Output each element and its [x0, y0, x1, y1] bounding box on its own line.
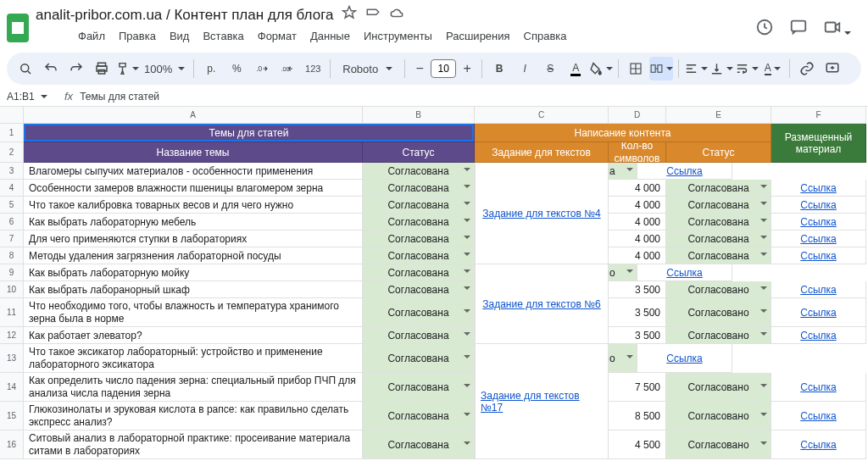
task-link-cell[interactable]: Задание для текстов №6	[475, 264, 609, 344]
bold-button[interactable]: B	[487, 57, 511, 81]
comment-icon[interactable]	[789, 18, 808, 39]
link-cell[interactable]: Ссылка	[771, 373, 866, 402]
link-cell[interactable]: Ссылка	[771, 402, 866, 430]
row-header[interactable]: 10	[0, 281, 24, 298]
status-cell[interactable]: Согласована	[363, 214, 475, 230]
subheader-task[interactable]: Задание для текстов	[475, 142, 609, 163]
link-cell[interactable]: Ссылка	[771, 197, 866, 214]
row-header[interactable]: 5	[0, 197, 24, 214]
link-cell[interactable]: Ссылка	[771, 230, 866, 247]
task-link-cell[interactable]: Задание для текстов №4	[475, 163, 609, 264]
link-cell[interactable]: Ссылка	[771, 247, 866, 264]
symbols-cell[interactable]: 4 000	[609, 214, 666, 230]
topic-cell[interactable]: Ситовый анализ в лабораторной практике: …	[24, 430, 363, 459]
symbols-cell[interactable]: 7 500	[609, 373, 666, 402]
task-link[interactable]: Задание для текстов №4	[482, 208, 600, 219]
percent-format-button[interactable]: %	[225, 57, 248, 81]
redo-icon[interactable]	[64, 57, 88, 81]
increase-decimal-icon[interactable]: .00	[275, 57, 299, 81]
status-e-cell[interactable]: Согласовано	[666, 281, 771, 298]
status-cell[interactable]: Согласована	[363, 430, 475, 459]
link-cell[interactable]: Ссылка	[771, 180, 866, 197]
link-cell[interactable]: Ссылка	[771, 281, 866, 298]
topic-cell[interactable]: Глюкозинолаты и эруковая кислота в рапсе…	[24, 402, 363, 430]
symbols-cell[interactable]: 4 000	[609, 230, 666, 247]
material-link[interactable]: Ссылка	[800, 410, 836, 422]
status-cell[interactable]: Согласована	[363, 402, 475, 430]
italic-button[interactable]: I	[513, 57, 537, 81]
status-cell[interactable]: Согласована	[363, 230, 475, 247]
status-e-cell[interactable]: Согласована	[666, 197, 771, 214]
more-formats-button[interactable]: 123	[301, 57, 325, 81]
material-link[interactable]: Ссылка	[800, 381, 836, 393]
status-cell[interactable]: Согласована	[363, 247, 475, 264]
status-e-cell[interactable]: Согласовано	[666, 327, 771, 344]
material-link[interactable]: Ссылка	[800, 439, 836, 451]
link-cell[interactable]: Ссылка	[637, 264, 732, 281]
decrease-decimal-icon[interactable]: .0	[250, 57, 274, 81]
menu-edit[interactable]: Правка	[114, 26, 161, 46]
symbols-cell[interactable]: 3 500	[609, 281, 666, 298]
row-header[interactable]: 6	[0, 214, 24, 230]
font-select[interactable]: Roboto	[336, 63, 399, 75]
link-cell[interactable]: Ссылка	[771, 430, 866, 459]
subheader-topic[interactable]: Название темы	[24, 142, 363, 163]
status-e-cell[interactable]: Согласовано	[666, 373, 771, 402]
topic-cell[interactable]: Что необходимо того, чтобы влажность и т…	[24, 298, 363, 327]
header-content[interactable]: Написание контента	[475, 124, 771, 142]
material-link[interactable]: Ссылка	[800, 216, 836, 228]
material-link[interactable]: Ссылка	[800, 284, 836, 296]
task-link[interactable]: Задание для текстов №6	[482, 298, 600, 310]
search-menu-icon[interactable]	[14, 57, 37, 81]
sheets-logo-icon[interactable]	[7, 14, 29, 42]
subheader-status[interactable]: Статус	[363, 142, 475, 163]
increase-font-size-button[interactable]: +	[458, 59, 476, 78]
col-header[interactable]: B	[363, 107, 475, 124]
strikethrough-button[interactable]: S	[538, 57, 562, 81]
status-e-cell[interactable]: Согласована	[666, 180, 771, 197]
row-header[interactable]: 12	[0, 327, 24, 344]
horizontal-align-button[interactable]	[684, 57, 708, 81]
header-published[interactable]: Размещенный материал	[771, 124, 866, 163]
row-header[interactable]: 11	[0, 298, 24, 327]
paint-format-icon[interactable]	[115, 57, 139, 81]
row-header[interactable]: 9	[0, 264, 24, 281]
spreadsheet-grid[interactable]: 12345678910111213141516 A B C D E F Темы…	[0, 107, 868, 459]
topic-cell[interactable]: Как выбрать лабораторную мойку	[24, 264, 363, 281]
status-e-cell[interactable]: Согласована	[666, 230, 771, 247]
status-cell[interactable]: Согласована	[363, 281, 475, 298]
col-header[interactable]: A	[24, 107, 363, 124]
cloud-icon[interactable]	[389, 5, 404, 25]
subheader-status2[interactable]: Статус	[666, 142, 771, 163]
symbols-cell[interactable]: 8 500	[609, 402, 666, 430]
symbols-cell[interactable]: 3 500	[609, 327, 666, 344]
formula-bar[interactable]: Темы для статей	[80, 91, 159, 103]
material-link[interactable]: Ссылка	[666, 267, 702, 279]
row-header[interactable]: 1	[0, 124, 24, 142]
star-icon[interactable]	[342, 5, 357, 25]
row-header[interactable]: 14	[0, 373, 24, 402]
menu-insert[interactable]: Вставка	[198, 26, 248, 46]
topic-cell[interactable]: Влагомеры сыпучих материалов - особеннос…	[24, 163, 363, 180]
material-link[interactable]: Ссылка	[800, 330, 836, 342]
status-e-cell[interactable]: Согласовано	[666, 402, 771, 430]
select-all-corner[interactable]	[0, 107, 24, 124]
status-e-cell[interactable]: Согласовано	[666, 298, 771, 327]
menu-view[interactable]: Вид	[164, 26, 195, 46]
row-header[interactable]: 8	[0, 247, 24, 264]
text-rotation-button[interactable]: A	[760, 57, 784, 81]
material-link[interactable]: Ссылка	[666, 353, 702, 364]
status-e-cell[interactable]: Согласована	[666, 214, 771, 230]
topic-cell[interactable]: Как выбрать лабораторную мебель	[24, 214, 363, 230]
topic-cell[interactable]: Что такое эксикатор лабораторный: устрой…	[24, 344, 363, 373]
col-header[interactable]: C	[475, 107, 609, 124]
col-header[interactable]: E	[666, 107, 771, 124]
subheader-symbols[interactable]: Кол-во символов	[609, 142, 666, 163]
print-icon[interactable]	[90, 57, 114, 81]
merge-cells-button[interactable]	[649, 57, 673, 81]
symbols-cell[interactable]: 4 500	[609, 430, 666, 459]
row-header[interactable]: 3	[0, 163, 24, 180]
row-header[interactable]: 7	[0, 230, 24, 247]
topic-cell[interactable]: Для чего применяются ступки в лаборатори…	[24, 230, 363, 247]
link-cell[interactable]: Ссылка	[771, 327, 866, 344]
